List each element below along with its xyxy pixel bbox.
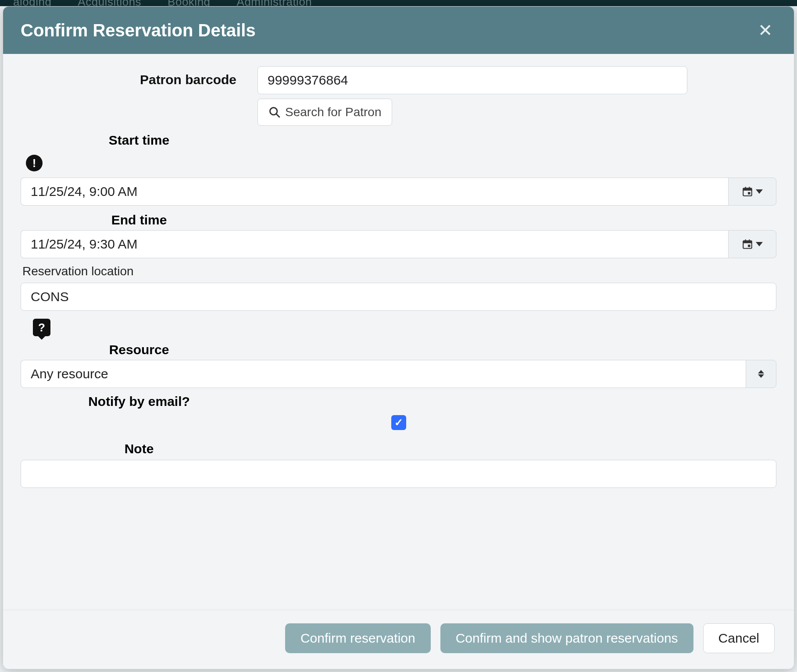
resource-stepper[interactable] (746, 360, 776, 388)
svg-rect-6 (748, 192, 750, 194)
close-icon[interactable]: ✕ (754, 20, 776, 41)
svg-rect-5 (749, 187, 750, 189)
start-time-label: Start time (21, 133, 257, 148)
modal-header: Confirm Reservation Details ✕ (3, 7, 794, 54)
cancel-button[interactable]: Cancel (703, 623, 775, 653)
menu-item: Administration (237, 0, 312, 6)
svg-point-0 (270, 108, 277, 115)
patron-barcode-label: Patron barcode (21, 66, 257, 87)
svg-rect-11 (748, 245, 750, 247)
modal-title: Confirm Reservation Details (21, 21, 256, 40)
start-time-input[interactable] (21, 178, 728, 206)
start-time-picker-button[interactable] (728, 178, 776, 206)
svg-line-1 (276, 114, 280, 117)
modal-footer: Confirm reservation Confirm and show pat… (3, 610, 794, 669)
page-backdrop: aloging Acquisitions Booking Administrat… (0, 0, 797, 672)
confirm-reservation-button[interactable]: Confirm reservation (285, 623, 431, 653)
svg-rect-10 (749, 239, 750, 242)
search-for-patron-button[interactable]: Search for Patron (257, 99, 392, 126)
search-icon (268, 106, 281, 118)
obscured-top-menu: aloging Acquisitions Booking Administrat… (0, 0, 797, 6)
menu-item: Acquisitions (78, 0, 141, 6)
notify-email-checkbox[interactable]: ✓ (391, 415, 406, 430)
end-time-row (21, 230, 776, 258)
resource-label: Resource (21, 342, 257, 357)
confirm-and-show-button[interactable]: Confirm and show patron reservations (440, 623, 693, 653)
modal-body: Patron barcode Search for Patron Start t… (3, 54, 794, 610)
note-label: Note (21, 441, 257, 456)
help-icon[interactable]: ? (33, 319, 50, 336)
end-time-picker-button[interactable] (728, 230, 776, 258)
chevron-up-icon (758, 370, 764, 373)
start-time-row (21, 178, 776, 206)
svg-rect-3 (743, 188, 752, 190)
chevron-down-icon (758, 374, 764, 378)
svg-rect-9 (745, 239, 746, 242)
reservation-location-label: Reservation location (22, 264, 776, 278)
calendar-icon (742, 238, 753, 250)
resource-select[interactable]: Any resource (21, 360, 746, 388)
patron-barcode-row: Patron barcode Search for Patron (21, 66, 776, 126)
svg-rect-8 (743, 241, 752, 243)
resource-select-row: Any resource (21, 360, 776, 388)
alert-icon: ! (26, 155, 43, 171)
chevron-down-icon (756, 189, 763, 194)
search-for-patron-label: Search for Patron (285, 105, 381, 119)
reservation-location-input[interactable] (21, 283, 776, 311)
end-time-label: End time (21, 213, 257, 228)
confirm-reservation-modal: Confirm Reservation Details ✕ Patron bar… (3, 6, 794, 669)
svg-rect-4 (745, 187, 746, 189)
notify-email-label: Notify by email? (21, 394, 257, 409)
patron-barcode-input[interactable] (257, 66, 687, 94)
menu-item: aloging (13, 0, 51, 6)
chevron-down-icon (756, 242, 763, 246)
note-input[interactable] (21, 460, 776, 488)
calendar-icon (742, 186, 753, 197)
menu-item: Booking (168, 0, 210, 6)
end-time-input[interactable] (21, 230, 728, 258)
